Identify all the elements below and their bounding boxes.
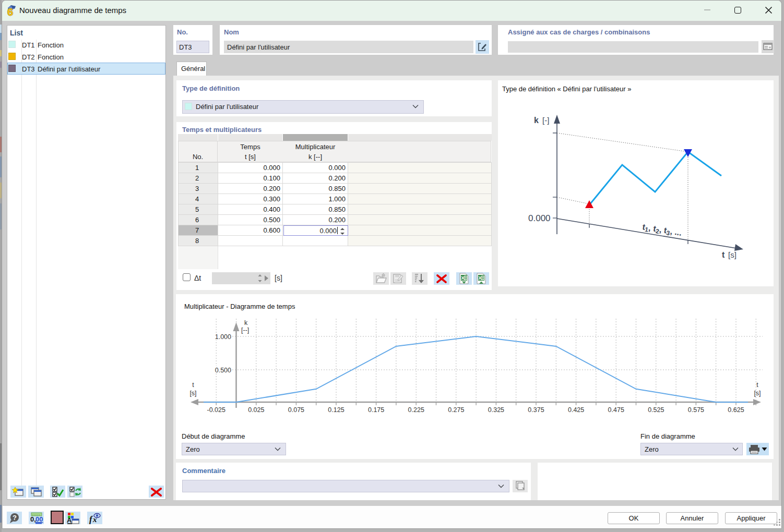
svg-text:0.075: 0.075 <box>288 406 304 414</box>
svg-text:0.625: 0.625 <box>728 406 744 414</box>
svg-text:00: 00 <box>35 515 43 523</box>
svg-text:0.375: 0.375 <box>528 406 544 414</box>
svg-text:0.275: 0.275 <box>448 406 464 414</box>
svg-text:0.225: 0.225 <box>408 406 424 414</box>
svg-text:t: t <box>192 381 194 389</box>
svg-text:6: 6 <box>7 6 13 17</box>
svg-text:0.500: 0.500 <box>215 367 231 374</box>
svg-text:0.125: 0.125 <box>328 406 344 414</box>
svg-text:0.000: 0.000 <box>528 213 551 223</box>
svg-text:0.525: 0.525 <box>648 406 664 414</box>
svg-text:0.025: 0.025 <box>248 406 264 414</box>
svg-text:0.325: 0.325 <box>488 406 504 414</box>
svg-text:1.000: 1.000 <box>215 333 231 341</box>
svg-text:?: ? <box>13 514 17 522</box>
svg-text:0.475: 0.475 <box>608 406 624 414</box>
svg-text:0.425: 0.425 <box>568 406 584 414</box>
svg-text:[s]: [s] <box>754 390 761 397</box>
svg-text:k: k <box>244 319 248 327</box>
svg-text:[s]: [s] <box>189 390 196 397</box>
svg-text:0.575: 0.575 <box>688 406 704 414</box>
svg-text:[-]: [-] <box>542 116 549 125</box>
svg-text:[s]: [s] <box>728 250 737 259</box>
svg-text:k: k <box>534 116 539 125</box>
svg-text:0.175: 0.175 <box>368 406 384 414</box>
svg-text:-0.025: -0.025 <box>207 406 225 414</box>
svg-text:t: t <box>722 250 725 259</box>
svg-text:t: t <box>756 381 758 389</box>
svg-text:[--]: [--] <box>241 327 249 334</box>
svg-text:A: A <box>67 516 72 524</box>
